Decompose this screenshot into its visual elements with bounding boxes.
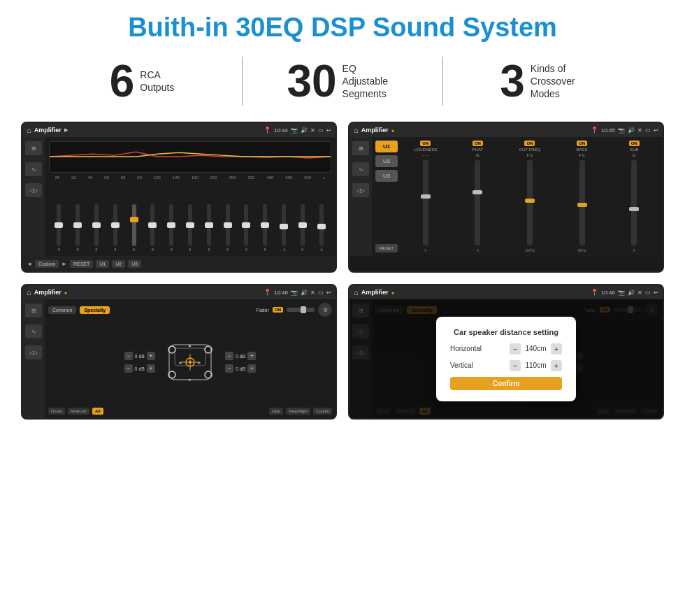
amp2-sub-on[interactable]: ON xyxy=(629,141,640,146)
db-minus-br[interactable]: − xyxy=(225,364,233,373)
amp4-location-icon: 📍 xyxy=(591,289,598,296)
copilot-btn[interactable]: Copilot xyxy=(313,408,332,415)
slider-1[interactable]: 0 xyxy=(50,204,68,252)
slider-6[interactable]: 0 xyxy=(144,204,161,252)
slider-2[interactable]: 0 xyxy=(69,204,87,252)
amp2-reset[interactable]: RESET xyxy=(375,244,398,252)
slider-12[interactable]: 0 xyxy=(257,204,274,252)
slider-8[interactable]: 0 xyxy=(182,204,199,252)
amp2-back-icon[interactable]: ↩ xyxy=(654,127,658,134)
amp4-back-icon[interactable]: ↩ xyxy=(654,289,658,296)
eq-u1-btn[interactable]: U1 xyxy=(96,260,109,268)
amp2-loudness-slider[interactable] xyxy=(423,160,428,245)
eq-graph xyxy=(49,141,331,173)
eq-u3-btn[interactable]: U3 xyxy=(128,260,141,268)
amp2-sidebar-icon2[interactable]: ∿ xyxy=(352,162,369,176)
dialog-vertical-row: Vertical − 110cm + xyxy=(450,360,562,371)
slider-13[interactable]: -1 xyxy=(275,204,293,252)
amp2-sidebar-icon1[interactable]: ⊞ xyxy=(352,141,369,155)
amp4-close-icon[interactable]: ✕ xyxy=(637,289,642,296)
db-minus-tl[interactable]: − xyxy=(124,352,133,360)
slider-5[interactable]: 5 xyxy=(125,204,143,252)
slider-15[interactable]: -1 xyxy=(312,204,330,252)
amp2-sidebar-icon3[interactable]: ◁▷ xyxy=(352,183,369,197)
amp3-back-icon[interactable]: ↩ xyxy=(326,289,331,296)
amp3-sidebar-icon2[interactable]: ∿ xyxy=(25,324,42,338)
eq-sidebar-icon1[interactable]: ⊞ xyxy=(25,141,42,155)
amp2-home-icon[interactable]: ⌂ xyxy=(354,126,359,134)
amp2-close-icon[interactable]: ✕ xyxy=(637,127,642,134)
eq-sidebar-icon2[interactable]: ∿ xyxy=(25,162,42,176)
db-val-bl: 0 dB xyxy=(135,366,145,371)
rear-right-btn[interactable]: RearRight xyxy=(286,408,310,415)
amp2-cutfreq-on[interactable]: ON xyxy=(524,141,535,146)
amp2-channels: ON LOUDNESS ~~ 0 ON PHAT G xyxy=(401,141,659,252)
amp2-sub-slider[interactable] xyxy=(631,160,637,245)
amp2-u2[interactable]: U2 xyxy=(375,155,398,167)
slider-7[interactable]: 0 xyxy=(163,204,180,252)
amp4-home-icon[interactable]: ⌂ xyxy=(354,288,359,296)
driver-btn[interactable]: Driver xyxy=(48,408,65,415)
db-plus-br[interactable]: + xyxy=(247,364,256,373)
stat-eq-label: EQ AdjustableSegments xyxy=(342,62,398,101)
db-val-tr: 0 dB xyxy=(236,354,245,359)
slider-4[interactable]: 0 xyxy=(106,204,124,252)
fader-on[interactable]: ON xyxy=(273,307,283,313)
stat-eq-number: 30 xyxy=(287,59,336,103)
next-icon[interactable]: ► xyxy=(62,261,67,267)
amp3-home-icon[interactable]: ⌂ xyxy=(27,288,31,296)
amp3-close-icon[interactable]: ✕ xyxy=(310,289,315,296)
amp2-u3[interactable]: U3 xyxy=(375,170,398,182)
speaker-right-col: − 0 dB + − 0 dB + xyxy=(225,352,256,373)
amp3-sidebar-icon1[interactable]: ⊞ xyxy=(25,303,42,317)
db-plus-bl[interactable]: + xyxy=(147,364,155,373)
db-minus-tr[interactable]: − xyxy=(225,352,233,360)
amp4-status-dot: ● xyxy=(391,290,394,295)
all-btn[interactable]: All xyxy=(92,408,103,415)
camera-icon: 📷 xyxy=(291,127,298,134)
slider-11[interactable]: 0 xyxy=(238,204,255,252)
amp2-phat-slider[interactable] xyxy=(475,160,480,245)
amp2-bass-on[interactable]: ON xyxy=(577,141,587,146)
page-title: Buith-in 30EQ DSP Sound System xyxy=(0,0,685,50)
db-plus-tr[interactable]: + xyxy=(247,352,256,360)
db-val-br: 0 dB xyxy=(236,366,245,371)
close-icon[interactable]: ✕ xyxy=(310,127,315,134)
vertical-minus[interactable]: − xyxy=(510,360,521,371)
settings-icon[interactable]: ⚙ xyxy=(318,303,332,317)
amp2-bass: ON BASS F G 90Hz xyxy=(557,141,607,252)
slider-14[interactable]: 0 xyxy=(294,204,311,252)
slider-3[interactable]: 0 xyxy=(88,204,106,252)
amp3-specialty-tab[interactable]: Specialty xyxy=(80,306,110,314)
amp2-u1[interactable]: U1 xyxy=(375,141,398,152)
slider-10[interactable]: 0 xyxy=(219,204,236,252)
amp3-top-row: Common Specialty Fader ON ⚙ xyxy=(48,303,332,317)
fader-slider[interactable] xyxy=(287,308,315,312)
eq-sidebar-icon3[interactable]: ◁▷ xyxy=(25,183,42,197)
amp3-common-tab[interactable]: Common xyxy=(48,306,76,314)
eq-u2-btn[interactable]: U2 xyxy=(112,260,125,268)
vertical-plus[interactable]: + xyxy=(551,360,562,371)
amp2-bass-slider[interactable] xyxy=(579,160,585,245)
amp4-volume-icon: 🔊 xyxy=(628,289,635,296)
amp2-content: ⊞ ∿ ◁▷ U1 U2 U3 RESET ON LOUDNESS xyxy=(349,137,663,256)
slider-9[interactable]: 0 xyxy=(200,204,217,252)
confirm-button[interactable]: Confirm xyxy=(450,377,562,390)
stat-rca-label: RCAOutputs xyxy=(140,69,174,94)
amp2-cutfreq-slider[interactable] xyxy=(527,160,533,245)
amp3-sidebar-icon3[interactable]: ◁▷ xyxy=(25,345,42,359)
user-btn[interactable]: User xyxy=(269,408,284,415)
db-minus-bl[interactable]: − xyxy=(124,364,133,373)
home-icon[interactable]: ⌂ xyxy=(27,126,31,134)
eq-reset-btn[interactable]: RESET xyxy=(70,260,93,268)
db-plus-tl[interactable]: + xyxy=(147,352,155,360)
horizontal-plus[interactable]: + xyxy=(551,343,562,354)
horizontal-minus[interactable]: − xyxy=(510,343,521,354)
rear-left-btn[interactable]: RearLeft xyxy=(68,408,89,415)
amp2-phat-on[interactable]: ON xyxy=(473,141,483,146)
amp2-loudness-on[interactable]: ON xyxy=(420,141,431,146)
amp3-main: Common Specialty Fader ON ⚙ − 0 xyxy=(45,299,336,418)
prev-icon[interactable]: ◄ xyxy=(27,261,32,267)
amp3-location-icon: 📍 xyxy=(264,289,271,296)
back-icon[interactable]: ↩ xyxy=(326,127,331,134)
